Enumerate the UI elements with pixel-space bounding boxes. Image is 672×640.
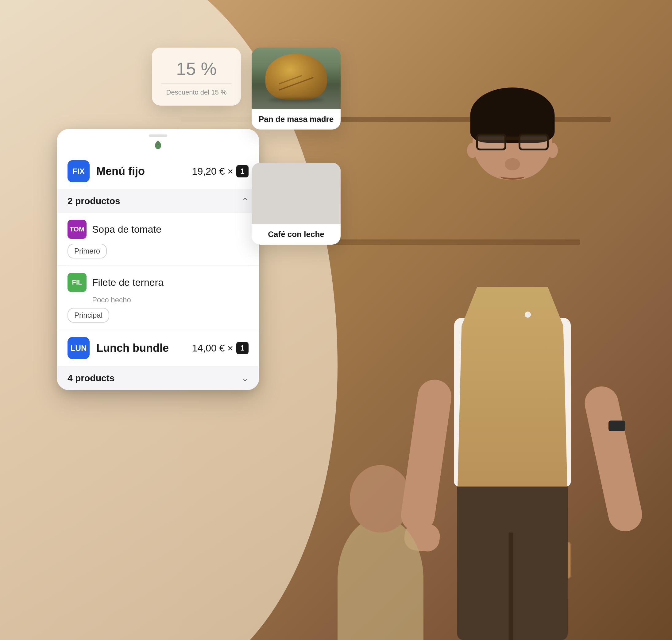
filete-name: Filete de ternera [92, 277, 163, 288]
discount-card: 15 % Descuento del 15 % [152, 47, 241, 106]
products-section: 2 productos ⌃ TOM Sopa de tomate Primero [57, 189, 259, 329]
filete-tag: Principal [68, 308, 109, 323]
products-header[interactable]: 2 productos ⌃ [57, 189, 259, 213]
lunch-products-section: 4 products ⌄ [57, 366, 259, 390]
leaf-icon [152, 139, 163, 150]
coffee-label: Café con leche [252, 224, 340, 245]
sopa-name: Sopa de tomate [92, 224, 161, 235]
filete-row: FIL Filete de ternera [68, 273, 249, 292]
bread-card: Pan de masa madre [252, 47, 340, 130]
sopa-item: TOM Sopa de tomate Primero [57, 213, 259, 265]
lunch-products-header[interactable]: 4 products ⌄ [57, 366, 259, 390]
handle-bar [149, 134, 167, 137]
receipt-handle [57, 129, 259, 139]
lunch-bundle-price: 14,00 € × 1 [192, 342, 249, 354]
coffee-card: Café con leche [252, 163, 340, 245]
lunch-bundle-name: Lunch bundle [96, 341, 185, 354]
products-count: 2 productos [68, 196, 120, 206]
lunch-bundle-row: LUN Lunch bundle 14,00 € × 1 [57, 330, 259, 366]
chevron-down-icon: ⌄ [242, 373, 249, 383]
discount-label: Descuento del 15 % [161, 88, 232, 97]
fil-badge: FIL [68, 273, 87, 292]
bread-label: Pan de masa madre [252, 109, 340, 130]
main-container: 15 % Descuento del 15 % Pan de masa madr… [0, 0, 672, 640]
sopa-row: TOM Sopa de tomate [68, 220, 249, 239]
lunch-bundle-quantity: 1 [236, 342, 249, 354]
lun-badge: LUN [68, 337, 90, 359]
bread-image [252, 47, 340, 109]
filete-item: FIL Filete de ternera Poco hecho Princip… [57, 266, 259, 329]
menu-fijo-name: Menú fijo [96, 165, 185, 178]
menu-fijo-price: 19,20 € × 1 [192, 165, 249, 177]
leaf-icon-container [57, 139, 259, 154]
chevron-up-icon: ⌃ [242, 196, 249, 206]
tom-badge: TOM [68, 220, 87, 239]
receipt-card: FIX Menú fijo 19,20 € × 1 2 productos ⌃ … [57, 129, 259, 390]
lunch-products-count: 4 products [68, 373, 115, 383]
menu-fijo-row: FIX Menú fijo 19,20 € × 1 [57, 154, 259, 189]
sopa-tag: Primero [68, 244, 107, 259]
filete-note: Poco hecho [68, 295, 249, 304]
discount-percent: 15 % [161, 58, 232, 79]
fix-badge: FIX [68, 160, 90, 182]
coffee-image [252, 163, 340, 224]
menu-fijo-quantity: 1 [236, 165, 249, 177]
